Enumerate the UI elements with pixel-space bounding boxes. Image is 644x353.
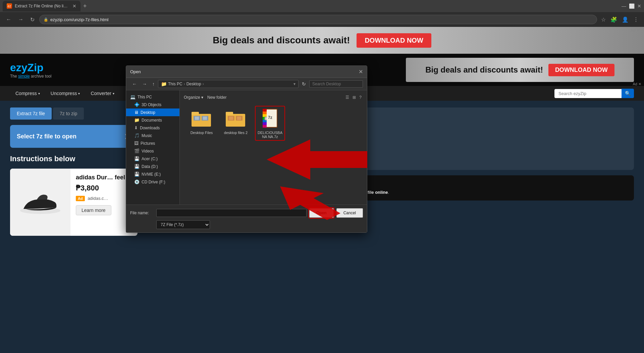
drive-f-icon: 💿 [134,179,140,184]
sidebar-videos[interactable]: 🎬 Videos [126,147,179,155]
ad-learn-more-button[interactable]: Learn more [76,205,111,215]
ad-image [10,169,70,236]
svg-rect-22 [263,122,267,125]
sidebar-music[interactable]: 🎵 Music [126,132,179,139]
svg-rect-23 [263,125,267,128]
bookmark-star-icon[interactable]: ☆ [600,16,607,24]
minimize-button[interactable]: — [622,3,626,9]
svg-rect-18 [263,112,267,114]
desktop-icon: 🖥 [134,110,139,115]
sidebar-cd-drive-f[interactable]: 💿 CD Drive (F:) [126,178,179,186]
profile-avatar[interactable]: 👤 [621,16,630,24]
back-button[interactable]: ← [4,15,13,24]
logo-zip: Zip [28,61,44,74]
sidebar-this-pc[interactable]: 💻 This PC [126,93,179,101]
folder-svg-2 [226,110,246,127]
menu-dots-icon[interactable]: ⋮ [632,16,640,24]
3d-objects-icon: 💠 [134,102,140,107]
tab-7z-to-zip[interactable]: 7z to zip [53,107,84,120]
sidebar-downloads[interactable]: ⬇ Downloads [126,124,179,132]
header-ad-text: Big deals and discounts await! [425,65,543,75]
organize-button[interactable]: Organize ▾ [184,95,203,100]
nav-search-button[interactable]: 🔍 [622,89,634,98]
banner-ad-text: Big deals and discounts await! [213,35,350,46]
dialog-toolbar: ← → ↑ 📁 This PC › Desktop › ▾ ↻ [126,78,367,90]
file-7z-selected[interactable]: 7z DELICIOUSBANA NA.7z [255,106,285,141]
file-desktop-files[interactable]: Desktop Files [186,106,217,141]
filename-label: File name: [130,211,154,215]
breadcrumb-this-pc[interactable]: This PC [168,82,182,86]
sidebar-cd-label: CD Drive (F:) [142,180,165,184]
nav-compress-arrow: ▾ [38,92,40,95]
sidebar-data-d[interactable]: 💾 Data (D:) [126,163,179,170]
drive-d-icon: 💾 [134,164,140,169]
logo-text: ezyZip [10,61,51,74]
upload-area[interactable]: Select 7z file to open ➤ [10,125,138,148]
file-name-7z: DELICIOUSBANA NA.7z [257,131,283,139]
extension-puzzle-icon[interactable]: 🧩 [609,16,619,24]
view-details-button[interactable]: ☰ [344,94,351,100]
sidebar-music-label: Music [142,133,152,138]
sidebar-acer-c[interactable]: 💾 Acer (C:) [126,155,179,163]
file-icon-desktop-files [191,108,212,129]
address-bar[interactable]: 🔒 ezyzip.com/unzip-7z-files.html [39,15,597,24]
view-buttons: ☰ ⊞ ? [344,94,363,100]
tab-close-button[interactable]: ✕ [72,3,76,9]
maximize-button[interactable]: ⬜ [629,3,635,9]
ad-card: adidas Dur… feel ₱3,800 Ad adidas.c… Lea… [10,169,138,236]
pictures-icon: 🖼 [134,141,139,146]
dialog-footer: File name: Open Cancel 7Z File (*.7z) [126,205,367,232]
dialog-back-button[interactable]: ← [130,81,139,87]
ad-attribution: Ad adidas.c… [76,195,132,201]
new-folder-button[interactable]: New folder [207,95,226,100]
logo[interactable]: ezyZip The simple archive tool [10,61,51,79]
file-desktop-files-2[interactable]: desktop files 2 [221,106,251,141]
forward-button[interactable]: → [16,15,25,24]
open-button[interactable]: Open [309,208,334,218]
dialog-forward-button[interactable]: → [140,81,149,87]
breadcrumb-dropdown-button[interactable]: ▾ [293,82,296,86]
sidebar-desktop[interactable]: 🖥 Desktop [126,108,179,116]
video-period: . [388,190,389,195]
view-large-icons-button[interactable]: ⊞ [351,94,357,100]
ad-close-icon[interactable]: Ad ✕ [631,28,640,33]
svg-rect-12 [229,117,233,120]
svg-rect-19 [263,114,267,117]
downloads-icon: ⬇ [134,125,138,130]
nav-search-input[interactable] [554,89,622,98]
new-tab-button[interactable]: + [83,3,87,10]
nav-converter[interactable]: Converter ▾ [85,86,119,101]
sidebar-pictures[interactable]: 🖼 Pictures [126,139,179,147]
refresh-button[interactable]: ↻ [28,15,37,24]
header-ad[interactable]: Big deals and discounts await! DOWNLOAD … [406,58,634,82]
sidebar-videos-label: Videos [142,149,154,153]
browser-chrome: ez Extract 7z File Online (No limits!) ✕… [0,0,644,27]
dialog-title-bar: Open ✕ [126,66,367,78]
dialog-search-input[interactable] [309,80,363,88]
logo-simple: simple [18,74,30,79]
nav-uncompress[interactable]: Uncompress ▾ [45,86,86,101]
close-window-button[interactable]: ✕ [637,3,641,9]
view-help-button[interactable]: ? [358,94,363,100]
breadcrumb-desktop[interactable]: Desktop [186,82,201,86]
dialog-close-button[interactable]: ✕ [359,69,363,75]
dialog-file-area: Organize ▾ New folder ☰ ⊞ ? [180,90,367,205]
sidebar-3d-objects[interactable]: 💠 3D Objects [126,101,179,108]
upload-area-text: Select 7z file to open [17,133,76,140]
sidebar-documents[interactable]: 📁 Documents [126,116,179,124]
tab-extract-7z[interactable]: Extract 7z file [10,107,52,120]
banner-ad-button[interactable]: DOWNLOAD NOW [357,33,431,48]
banner-ad[interactable]: Big deals and discounts await! DOWNLOAD … [0,27,644,54]
logo-tagline: The simple archive tool [10,74,51,79]
header-ad-button[interactable]: DOWNLOAD NOW [548,64,614,76]
nav-compress[interactable]: Compress ▾ [10,86,45,101]
sidebar-nvme-e[interactable]: 💾 NVME (E:) [126,170,179,178]
svg-rect-7 [203,117,207,120]
cancel-button[interactable]: Cancel [336,208,363,218]
dialog-up-button[interactable]: ↑ [150,81,157,87]
filetype-select[interactable]: 7Z File (*.7z) [156,220,210,229]
dialog-refresh-button[interactable]: ↻ [300,81,308,87]
dialog-title: Open [130,69,141,74]
filename-input[interactable] [156,209,307,217]
active-tab[interactable]: ez Extract 7z File Online (No limits!) ✕ [3,1,80,11]
